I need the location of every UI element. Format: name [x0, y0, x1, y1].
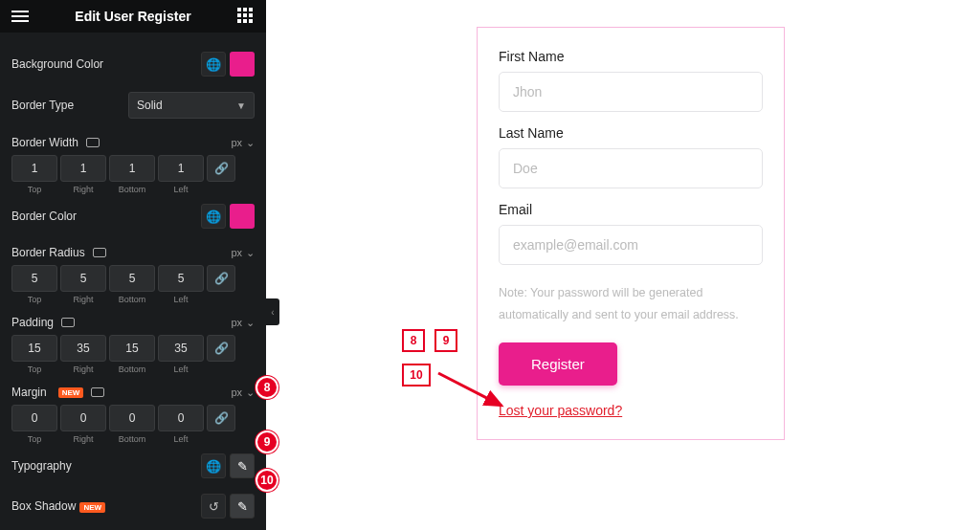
margin-unit[interactable]: px ⌄ — [231, 386, 255, 399]
side-left: Left — [158, 295, 204, 304]
link-values-icon[interactable]: 🔗 — [207, 335, 235, 362]
side-top: Top — [11, 364, 57, 374]
editor-sidebar: Edit User Register Background Color 🌐 Bo… — [0, 0, 266, 530]
border-width-unit[interactable]: px ⌄ — [231, 137, 255, 149]
border-width-top[interactable] — [11, 155, 57, 182]
first-name-label: First Name — [499, 49, 763, 64]
padding-inputs: 🔗 — [11, 335, 255, 362]
password-note: Note: Your password will be generated au… — [499, 282, 763, 325]
padding-top[interactable] — [11, 335, 57, 362]
border-radius-inputs: 🔗 — [11, 265, 255, 292]
menu-icon[interactable] — [11, 8, 29, 25]
link-values-icon[interactable]: 🔗 — [207, 265, 235, 292]
border-radius-right[interactable] — [60, 265, 106, 292]
border-width-inputs: 🔗 — [11, 155, 255, 182]
side-top: Top — [11, 295, 57, 304]
border-type-label: Border Type — [11, 99, 74, 112]
first-name-input[interactable] — [499, 72, 763, 112]
annotation-circle-8: 8 — [256, 376, 278, 399]
side-right: Right — [60, 364, 106, 374]
responsive-icon[interactable] — [93, 248, 106, 257]
side-top: Top — [11, 434, 57, 444]
border-radius-label: Border Radius — [11, 246, 85, 259]
side-bottom: Bottom — [109, 185, 155, 194]
globe-icon[interactable]: 🌐 — [201, 204, 226, 229]
new-badge: NEW — [58, 387, 84, 398]
padding-bottom[interactable] — [109, 335, 155, 362]
padding-head: Padding px ⌄ — [11, 304, 255, 329]
border-color-row: Border Color 🌐 — [11, 194, 255, 234]
typography-label: Typography — [11, 459, 72, 473]
margin-inputs: 🔗 — [11, 405, 255, 431]
collapse-sidebar-icon[interactable]: ‹ — [266, 298, 279, 325]
chevron-down-icon: ⌄ — [246, 386, 255, 399]
lost-password-link[interactable]: Lost your password? — [499, 403, 763, 418]
box-shadow-row: Box ShadowNEW ↺ ✎ — [11, 484, 255, 524]
background-color-label: Background Color — [11, 57, 103, 71]
side-right: Right — [60, 185, 106, 194]
side-left: Left — [158, 185, 204, 194]
border-radius-top[interactable] — [11, 265, 57, 292]
last-name-label: Last Name — [499, 125, 763, 141]
responsive-icon[interactable] — [61, 318, 75, 327]
side-bottom: Bottom — [109, 295, 155, 304]
side-left: Left — [158, 364, 204, 374]
margin-bottom[interactable] — [109, 405, 155, 431]
link-values-icon[interactable]: 🔗 — [207, 405, 235, 431]
side-left: Left — [158, 434, 204, 444]
last-name-input[interactable] — [499, 148, 763, 188]
border-type-select[interactable]: Solid ▼ — [128, 92, 255, 119]
border-width-right[interactable] — [60, 155, 106, 182]
globe-icon[interactable]: 🌐 — [201, 453, 226, 478]
border-width-head: Border Width px ⌄ — [11, 124, 255, 149]
chevron-down-icon: ⌄ — [246, 247, 255, 259]
annotation-box-8: 8 — [402, 329, 425, 352]
annotation-box-9: 9 — [434, 329, 457, 352]
bg-color-swatch[interactable] — [230, 52, 255, 77]
side-bottom: Bottom — [109, 434, 155, 444]
apps-icon[interactable] — [237, 8, 255, 25]
padding-right[interactable] — [60, 335, 106, 362]
border-width-label: Border Width — [11, 136, 78, 149]
new-badge: NEW — [79, 502, 105, 513]
side-top: Top — [11, 185, 57, 194]
panel-title: Edit User Register — [29, 9, 237, 24]
pencil-icon[interactable]: ✎ — [230, 453, 255, 478]
side-right: Right — [60, 434, 106, 444]
border-color-label: Border Color — [11, 210, 77, 223]
globe-icon[interactable]: 🌐 — [201, 52, 226, 77]
annotation-circle-10: 10 — [256, 469, 278, 492]
border-radius-bottom[interactable] — [109, 265, 155, 292]
chevron-down-icon: ⌄ — [246, 137, 255, 149]
chevron-down-icon: ⌄ — [246, 317, 255, 329]
margin-right[interactable] — [60, 405, 106, 431]
background-color-row: Background Color 🌐 — [11, 42, 255, 82]
responsive-icon[interactable] — [91, 387, 104, 397]
margin-label: Margin — [11, 386, 47, 399]
register-button[interactable]: Register — [499, 342, 617, 386]
form-preview: First Name Last Name Email Note: Your pa… — [477, 27, 785, 440]
border-radius-head: Border Radius px ⌄ — [11, 234, 255, 259]
responsive-icon[interactable] — [86, 138, 100, 147]
margin-head: MarginNEW px ⌄ — [11, 374, 255, 399]
border-width-left[interactable] — [158, 155, 204, 182]
link-values-icon[interactable]: 🔗 — [207, 155, 235, 182]
border-width-bottom[interactable] — [109, 155, 155, 182]
padding-left[interactable] — [158, 335, 204, 362]
typography-row: Typography 🌐 ✎ — [11, 444, 255, 484]
email-input[interactable] — [499, 225, 763, 265]
sidebar-header: Edit User Register — [0, 0, 266, 33]
margin-left[interactable] — [158, 405, 204, 431]
border-radius-left[interactable] — [158, 265, 204, 292]
padding-unit[interactable]: px ⌄ — [231, 317, 255, 329]
annotation-circle-9: 9 — [256, 431, 278, 453]
pencil-icon[interactable]: ✎ — [230, 494, 255, 519]
side-bottom: Bottom — [109, 364, 155, 374]
reset-icon[interactable]: ↺ — [201, 494, 226, 519]
caret-down-icon: ▼ — [236, 100, 246, 111]
border-radius-unit[interactable]: px ⌄ — [231, 247, 255, 259]
box-shadow-label: Box ShadowNEW — [11, 499, 105, 513]
margin-top[interactable] — [11, 405, 57, 431]
border-color-swatch[interactable] — [230, 204, 255, 229]
side-right: Right — [60, 295, 106, 304]
